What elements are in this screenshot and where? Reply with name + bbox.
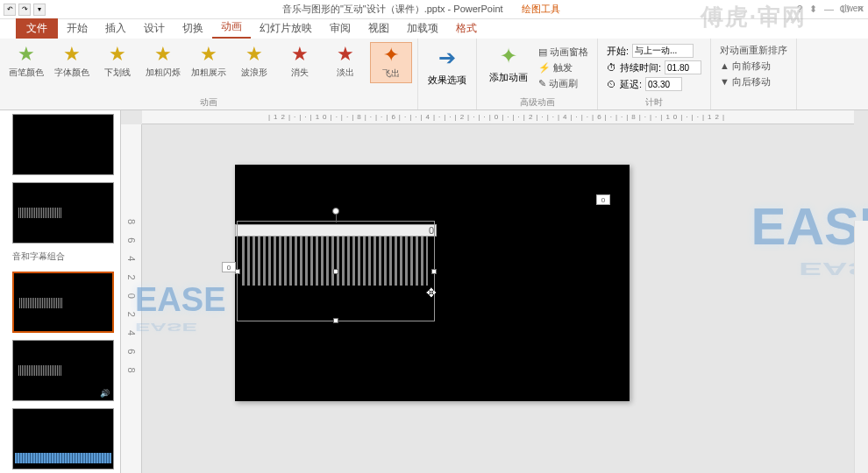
tab-review[interactable]: 审阅 <box>321 18 359 39</box>
animation-painter-button[interactable]: ✎动画刷 <box>538 77 588 90</box>
anim-brush-color[interactable]: ★画笔颜色 <box>5 42 47 83</box>
rotation-handle[interactable] <box>332 208 339 215</box>
animation-tag[interactable]: 0 <box>222 262 236 272</box>
tab-view[interactable]: 视图 <box>359 18 398 39</box>
group-label-timing: 计时 <box>598 96 710 109</box>
title-bar: ↶ ↷ ▾ 音乐与图形的"互动"设计（课件）.pptx - PowerPoint… <box>0 0 868 19</box>
watermark-text: EASE <box>135 281 225 319</box>
tab-animations[interactable]: 动画 <box>212 17 251 39</box>
delay-input[interactable] <box>645 77 682 91</box>
app-name: PowerPoint <box>453 4 502 14</box>
reorder-title: 对动画重新排序 <box>720 44 787 57</box>
star-icon: ★ <box>200 45 217 64</box>
start-select[interactable] <box>632 44 694 58</box>
group-label-advanced: 高级动画 <box>477 96 597 109</box>
duration-icon: ⏱ <box>607 62 616 73</box>
delay-label: 延迟: <box>620 78 642 91</box>
watermark-brand: 傅虎·审网 <box>701 2 807 32</box>
resize-handle[interactable] <box>333 318 338 323</box>
slide-thumbnail[interactable]: 🔊 <box>12 340 114 401</box>
anim-fade-out[interactable]: ★淡出 <box>324 42 366 83</box>
ribbon-group-advanced: ✦ 添加动画 ▤动画窗格 ⚡触发 ✎动画刷 高级动画 <box>477 39 598 109</box>
anim-bold-flash[interactable]: ★加粗闪烁 <box>142 42 184 83</box>
animation-tag[interactable]: 0 <box>596 194 610 205</box>
anim-fly-out[interactable]: ✦飞出 <box>370 42 412 83</box>
star-icon: ★ <box>154 45 172 64</box>
ribbon: ★画笔颜色 ★字体颜色 ★下划线 ★加粗闪烁 ★加粗展示 ★波浪形 ★消失 ★淡… <box>0 39 868 110</box>
selection-box[interactable]: 0 <box>237 221 435 321</box>
ribbon-collapse-icon[interactable]: ⬍ <box>809 4 817 15</box>
tab-design[interactable]: 设计 <box>135 18 174 39</box>
watermark-text: EASE <box>751 196 868 257</box>
contextual-tab-title: 绘图工具 <box>522 4 560 14</box>
move-cursor-icon: ✥ <box>426 286 437 300</box>
star-icon: ✦ <box>383 46 399 65</box>
slides-panel[interactable]: 音和字幕组合 🔊 <box>0 110 121 473</box>
tab-slideshow[interactable]: 幻灯片放映 <box>251 18 321 39</box>
qat-dropdown-icon[interactable]: ▾ <box>33 4 46 16</box>
window-title: 音乐与图形的"互动"设计（课件）.pptx - PowerPoint 绘图工具 <box>46 3 797 16</box>
section-header[interactable]: 音和字幕组合 <box>12 251 117 263</box>
slide-thumbnail[interactable] <box>12 182 114 244</box>
resize-handle[interactable] <box>333 269 338 274</box>
star-icon: ★ <box>337 45 354 64</box>
star-icon: ★ <box>245 45 263 64</box>
pane-icon: ▤ <box>538 46 547 58</box>
work-area: 音和字幕组合 🔊 |12|·|·|10|·|·|8|·|·|6|·|·|4|·|… <box>0 110 868 473</box>
horizontal-ruler: |12|·|·|10|·|·|8|·|·|6|·|·|4|·|·|2|·|·|0… <box>142 110 854 124</box>
anim-disappear[interactable]: ★消失 <box>279 42 321 83</box>
ribbon-group-animation: ★画笔颜色 ★字体颜色 ★下划线 ★加粗闪烁 ★加粗展示 ★波浪形 ★消失 ★淡… <box>0 39 418 109</box>
star-plus-icon: ✦ <box>500 44 517 68</box>
anim-font-color[interactable]: ★字体颜色 <box>51 42 93 83</box>
star-icon: ★ <box>18 45 35 64</box>
user-name[interactable]: qiwen <box>840 4 863 13</box>
star-icon: ★ <box>63 45 81 64</box>
effect-options-button[interactable]: ➔ 效果选项 <box>422 40 473 92</box>
minimize-icon[interactable]: — <box>824 4 834 15</box>
watermark-reflection: EASE <box>135 321 197 335</box>
sound-icon: 🔊 <box>100 389 110 398</box>
document-name: 音乐与图形的"互动"设计（课件）.pptx <box>282 4 445 14</box>
tab-insert[interactable]: 插入 <box>96 18 135 39</box>
animation-gallery: ★画笔颜色 ★字体颜色 ★下划线 ★加粗闪烁 ★加粗展示 ★波浪形 ★消失 ★淡… <box>4 40 414 95</box>
star-icon: ★ <box>291 45 309 64</box>
group-label-animation: 动画 <box>0 96 417 109</box>
anim-bold-reveal[interactable]: ★加粗展示 <box>188 42 230 83</box>
tab-format[interactable]: 格式 <box>447 18 486 39</box>
canvas-area[interactable]: |12|·|·|10|·|·|8|·|·|6|·|·|4|·|·|2|·|·|0… <box>121 110 868 473</box>
file-tab[interactable]: 文件 <box>16 18 58 39</box>
slide-thumbnail-selected[interactable] <box>12 272 114 333</box>
anim-underline[interactable]: ★下划线 <box>96 42 139 83</box>
slide-thumbnail[interactable] <box>12 114 114 175</box>
move-later-button[interactable]: ▼ 向后移动 <box>720 75 787 88</box>
anim-wave[interactable]: ★波浪形 <box>233 42 275 83</box>
tab-home[interactable]: 开始 <box>58 18 96 39</box>
tab-transitions[interactable]: 切换 <box>174 18 212 39</box>
brush-icon: ✎ <box>538 78 546 89</box>
slide-thumbnail[interactable] <box>12 408 114 469</box>
vertical-scrollbar[interactable] <box>854 221 868 473</box>
ribbon-group-effect-options: ➔ 效果选项 <box>418 39 477 109</box>
duration-input[interactable] <box>665 60 701 74</box>
arrow-right-icon: ➔ <box>438 46 456 70</box>
move-earlier-button[interactable]: ▲ 向前移动 <box>720 60 787 73</box>
delay-icon: ⏲ <box>607 79 616 89</box>
resize-handle[interactable] <box>431 269 437 274</box>
trigger-button[interactable]: ⚡触发 <box>538 61 588 74</box>
quick-access-toolbar: ↶ ↷ ▾ <box>4 4 46 16</box>
animation-pane-button[interactable]: ▤动画窗格 <box>538 46 588 59</box>
redo-icon[interactable]: ↷ <box>18 4 31 16</box>
add-animation-button[interactable]: ✦ 添加动画 <box>486 44 531 90</box>
duration-label: 持续时间: <box>620 61 661 74</box>
undo-icon[interactable]: ↶ <box>4 4 16 16</box>
ribbon-group-timing: 开始: ⏱持续时间: ⏲延迟: 计时 <box>598 39 711 109</box>
ribbon-group-reorder: 对动画重新排序 ▲ 向前移动 ▼ 向后移动 <box>711 39 797 109</box>
trigger-icon: ⚡ <box>538 62 551 74</box>
start-label: 开始: <box>607 45 629 58</box>
tab-addins[interactable]: 加载项 <box>398 18 447 39</box>
star-icon: ★ <box>109 45 126 64</box>
